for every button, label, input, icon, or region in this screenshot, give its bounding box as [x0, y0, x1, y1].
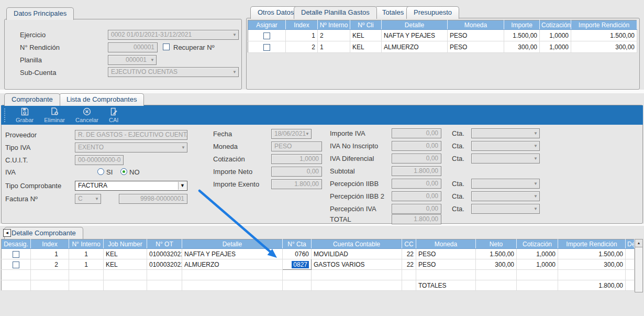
index-cell[interactable]: 2	[31, 259, 69, 270]
cta-cell[interactable]: 0760	[283, 249, 312, 259]
interno-cell[interactable]: 1	[318, 41, 350, 53]
importe-exento-input[interactable]: 1.800,00	[271, 179, 322, 189]
subtotal-input[interactable]: 1.800,00	[392, 166, 441, 176]
asignar-cell[interactable]	[248, 30, 286, 41]
percepcion-iibb2-input[interactable]: 0,00	[392, 191, 441, 201]
iva-si-radio[interactable]	[97, 168, 104, 175]
cancelar-button[interactable]: Cancelar	[75, 107, 98, 123]
subcuenta-combo[interactable]: EJECUTIVO CUENTAS ▼	[108, 67, 239, 77]
factura-numero-input[interactable]: 9998-00000001	[119, 194, 187, 204]
desasig-cell[interactable]	[2, 249, 31, 259]
eliminar-button[interactable]: Eliminar	[44, 107, 65, 123]
rendicion-cell[interactable]: 1.500,00	[558, 249, 626, 259]
row-checkbox[interactable]	[263, 44, 270, 51]
cuit-input[interactable]: 00-00000000-0	[75, 155, 124, 165]
cta-combo[interactable]: ▼	[471, 191, 540, 201]
totales-value: 1.800,00	[558, 280, 626, 291]
rendicion-cell[interactable]: 1.500,00	[571, 30, 637, 41]
cta-combo[interactable]: ▼	[471, 154, 540, 164]
cai-button[interactable]: CAI	[109, 107, 118, 123]
detalle-cell[interactable]: NAFTA Y PEAJES	[382, 30, 448, 41]
asignar-cell[interactable]	[248, 41, 286, 53]
cotizacion-cell[interactable]: 1,0000	[540, 41, 571, 53]
iva-no-inscripto-input[interactable]: 0,00	[392, 141, 441, 151]
job-number-cell[interactable]: KEL	[104, 249, 147, 259]
cta-combo[interactable]: ▼	[471, 179, 540, 189]
fecha-combo[interactable]: 18/06/2021 ▼	[271, 129, 312, 139]
factura-letra-combo[interactable]: C ▼	[75, 194, 101, 204]
cotizacion-cell[interactable]: 1,0000	[517, 249, 558, 259]
ejercicio-combo[interactable]: 0002 01/01/2021-31/12/2021 ▼	[108, 30, 239, 40]
percepcion-iva-input[interactable]: 0,00	[392, 204, 441, 214]
cta-combo[interactable]: ▼	[471, 141, 540, 151]
chevron-down-icon[interactable]: ▼	[178, 182, 186, 190]
interno-cell[interactable]: 1	[69, 249, 104, 259]
cta-cell-selected[interactable]: 0827	[283, 259, 312, 270]
grabar-button[interactable]: Grabar	[16, 107, 34, 123]
iva-no-radio[interactable]	[120, 168, 127, 175]
importe-neto-input[interactable]: 0,00	[271, 167, 322, 177]
tab-comprobante[interactable]: Comprobante	[4, 93, 60, 106]
moneda-cell[interactable]: PESO	[448, 41, 504, 53]
rendicion-cell[interactable]: 300,00	[558, 259, 626, 270]
detalle-cell[interactable]: ALMUERZO	[182, 259, 283, 270]
tipo-iva-combo[interactable]: EXENTO ▼	[75, 143, 187, 152]
ot-cell[interactable]: 0100032021	[147, 249, 182, 259]
tab-lista-comprobantes[interactable]: Lista de Comprobantes	[59, 93, 144, 106]
moneda-cell[interactable]: PESO	[448, 30, 504, 41]
cta-combo[interactable]: ▼	[471, 128, 540, 138]
de-cell[interactable]	[626, 259, 635, 270]
rendicion-cell[interactable]: 300,00	[571, 41, 637, 53]
ot-cell[interactable]: 0100032021	[147, 259, 182, 270]
importe-cell[interactable]: 1.500,00	[504, 30, 540, 41]
scroll-left-button[interactable]: ◄	[3, 229, 11, 237]
index-cell[interactable]: 1	[286, 30, 318, 41]
rendicion-input[interactable]: 000001	[108, 42, 158, 52]
cc-cell[interactable]: 22	[402, 249, 416, 259]
cc-cell[interactable]: 22	[402, 259, 416, 270]
importe-iva-input[interactable]: 0,00	[392, 128, 441, 138]
interno-cell[interactable]: 1	[69, 259, 104, 270]
row-checkbox[interactable]	[263, 32, 270, 39]
tab-presupuesto[interactable]: Presupuesto	[406, 6, 459, 19]
index-cell[interactable]: 2	[286, 41, 318, 53]
moneda-cell[interactable]: PESO	[416, 259, 476, 270]
cuenta-contable-cell[interactable]: GASTOS VARIOS	[312, 259, 402, 270]
neto-cell[interactable]: 300,00	[476, 259, 517, 270]
scroll-up-button[interactable]: ▲	[635, 239, 642, 247]
moneda-input[interactable]: PESO	[271, 141, 322, 151]
tab-detalle-comprobante[interactable]: Detalle Comprobante	[4, 227, 83, 239]
proveedor-input[interactable]: R. DE GASTOS - EJECUTIVO CUENTAS	[75, 130, 187, 140]
importe-cell[interactable]: 300,00	[504, 41, 540, 53]
row-checkbox[interactable]	[13, 251, 19, 258]
cotizacion-cell[interactable]: 1,0000	[540, 30, 571, 41]
desasig-cell[interactable]	[2, 259, 31, 270]
job-number-cell[interactable]: KEL	[104, 259, 147, 270]
percepcion-iibb-input[interactable]: 0,00	[392, 179, 441, 189]
total-input[interactable]: 1.800,00	[392, 214, 441, 224]
row-checkbox[interactable]	[13, 261, 19, 268]
interno-cell[interactable]: 2	[318, 30, 350, 41]
cuenta-contable-cell[interactable]: MOVILIDAD	[312, 249, 402, 259]
recuperar-checkbox[interactable]	[163, 43, 170, 50]
detalle-cell[interactable]: ALMUERZO	[382, 41, 448, 53]
tab-detalle-planilla-gastos[interactable]: Detalle Planilla Gastos	[294, 6, 377, 19]
tipo-comprobante-combo[interactable]: FACTURA ▼	[75, 181, 187, 191]
cli-cell[interactable]: KEL	[350, 30, 382, 41]
cta-combo[interactable]: ▼	[471, 204, 540, 214]
neto-cell[interactable]: 1.500,00	[476, 249, 517, 259]
cotizacion-input[interactable]: 1,0000	[271, 154, 322, 164]
de-cell[interactable]	[626, 249, 635, 259]
tab-datos-principales[interactable]: Datos Principales	[6, 7, 74, 20]
vertical-scrollbar[interactable]: ▲	[635, 239, 643, 292]
cli-cell[interactable]: KEL	[350, 41, 382, 53]
cotizacion-cell[interactable]: 1,0000	[517, 259, 558, 270]
iva-diferencial-input[interactable]: 0,00	[392, 154, 441, 164]
col-moneda: Moneda	[448, 20, 504, 30]
toolbar-grip[interactable]	[4, 108, 5, 122]
detalle-cell[interactable]: NAFTA Y PEAJES	[182, 249, 283, 259]
tab-totales[interactable]: Totales	[375, 6, 411, 19]
moneda-cell[interactable]: PESO	[416, 249, 476, 259]
planilla-combo[interactable]: 000001 ▼	[108, 55, 157, 65]
index-cell[interactable]: 1	[31, 249, 69, 259]
